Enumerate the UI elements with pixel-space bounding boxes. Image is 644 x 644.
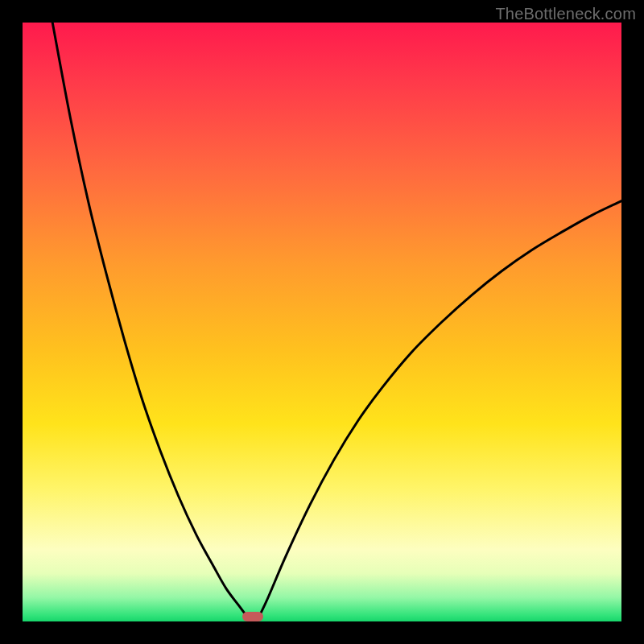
watermark-text: TheBottleneck.com bbox=[495, 5, 636, 23]
left-branch-curve bbox=[52, 23, 247, 617]
bottleneck-marker bbox=[242, 612, 263, 621]
curve-svg bbox=[23, 23, 621, 621]
plot-area bbox=[23, 23, 621, 621]
chart-frame: TheBottleneck.com bbox=[0, 0, 644, 644]
right-branch-curve bbox=[259, 201, 621, 617]
